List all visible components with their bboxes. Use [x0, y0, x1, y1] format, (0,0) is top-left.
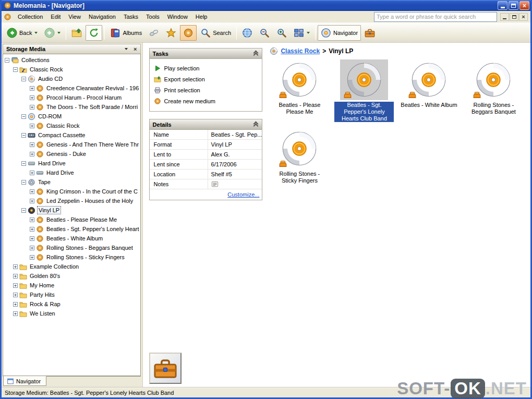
tree-toggle-icon[interactable]: + — [30, 255, 34, 260]
tree-toggle-icon[interactable]: − — [21, 161, 26, 166]
albums-button[interactable]: Albums — [107, 25, 145, 41]
web-search-button[interactable] — [239, 25, 256, 41]
tree-item[interactable]: + Party Hits — [3, 290, 140, 299]
tree-item[interactable]: − Hard Drive — [3, 159, 140, 168]
tree-item[interactable]: − Collections — [3, 55, 140, 65]
storage-media-button[interactable] — [180, 25, 197, 41]
album-item[interactable]: Rolling Stones - Beggars Banquet — [463, 59, 524, 122]
tree-item[interactable]: − Compact Cassette — [3, 130, 140, 140]
tree-item[interactable]: + The Doors - The Soft Parade / Morri — [3, 102, 140, 112]
tree-item[interactable]: + Led Zeppelin - Houses of the Holy — [3, 196, 140, 205]
loans-button[interactable] — [146, 25, 162, 41]
tree-item[interactable]: + We Listen — [3, 309, 140, 318]
menu-tasks[interactable]: Tasks — [120, 12, 142, 22]
tree-item[interactable]: − Audio CD — [3, 74, 140, 83]
navigator-button[interactable]: Navigator — [318, 25, 361, 41]
forward-button[interactable] — [41, 25, 64, 41]
tree-toggle-icon[interactable]: − — [21, 77, 26, 81]
briefcase-button[interactable] — [361, 25, 378, 41]
tree-item[interactable]: + Creedence Clearwater Revival - 196 — [3, 83, 140, 93]
tree-toggle-icon[interactable]: − — [21, 208, 26, 213]
export-button[interactable] — [68, 25, 85, 41]
tree-toggle-icon[interactable]: − — [5, 58, 9, 63]
collapse-chevron-icon[interactable] — [253, 122, 259, 127]
tree-toggle-icon[interactable]: + — [30, 217, 34, 222]
wishlist-button[interactable] — [163, 25, 179, 41]
tree-toggle-icon[interactable]: + — [13, 311, 18, 316]
task-item[interactable]: Export selection — [154, 74, 261, 84]
menu-window[interactable]: Window — [164, 12, 191, 22]
album-item[interactable]: Beatles - White Album — [398, 59, 460, 122]
tree-item[interactable]: + Beatles - White Album — [3, 234, 140, 243]
task-item[interactable]: Print selection — [154, 84, 261, 95]
tree-item[interactable]: + My Home — [3, 281, 140, 290]
tree-item[interactable]: + Rolling Stones - Sticky Fingers — [3, 252, 140, 262]
tree-toggle-icon[interactable]: + — [30, 171, 34, 175]
task-item[interactable]: Play selection — [154, 63, 261, 74]
menu-tools[interactable]: Tools — [142, 12, 163, 22]
customize-link[interactable]: Customize... — [227, 191, 259, 198]
refresh-button[interactable] — [86, 25, 102, 41]
tasks-header[interactable]: Tasks — [150, 49, 262, 59]
tree-item[interactable]: + Genesis - Duke — [3, 149, 140, 159]
minimize-button[interactable] — [498, 1, 507, 10]
details-header[interactable]: Details — [150, 119, 262, 130]
tree-toggle-icon[interactable]: + — [13, 293, 18, 297]
tree-item[interactable]: + Rolling Stones - Beggars Banquet — [3, 243, 140, 252]
restore-button[interactable] — [509, 1, 518, 10]
zoom-in-button[interactable] — [273, 25, 290, 41]
task-item[interactable]: Create new medium — [154, 95, 261, 106]
tree-item[interactable]: − Vinyl LP — [3, 205, 140, 215]
tree-item[interactable]: + Genesis - And Then There Were Thr — [3, 140, 140, 149]
tree-toggle-icon[interactable]: + — [13, 264, 18, 269]
tree-toggle-icon[interactable]: − — [13, 67, 18, 72]
menu-collection[interactable]: Collection — [14, 12, 46, 22]
panel-close-button[interactable]: × — [131, 45, 139, 53]
mdi-minimize-button[interactable] — [500, 13, 509, 21]
tree-item[interactable]: − Classic Rock — [3, 65, 140, 74]
tree-toggle-icon[interactable]: − — [21, 114, 26, 119]
tree-toggle-icon[interactable]: + — [30, 86, 34, 91]
tree-toggle-icon[interactable]: + — [13, 274, 18, 279]
collapse-chevron-icon[interactable] — [253, 51, 259, 56]
tree-toggle-icon[interactable]: + — [30, 189, 34, 194]
tree-item[interactable]: + Rock & Rap — [3, 299, 140, 309]
tree-toggle-icon[interactable]: + — [30, 246, 34, 250]
tree-item[interactable]: + Example Collection — [3, 262, 140, 271]
album-item[interactable]: Beatles - Sgt. Pepper's Lonely Hearts Cl… — [333, 59, 395, 122]
tree-item[interactable]: + Hard Drive — [3, 168, 140, 177]
tree-toggle-icon[interactable]: + — [30, 142, 34, 147]
menu-view[interactable]: View — [65, 12, 84, 22]
tree-item[interactable]: + Beatles - Sgt. Pepper's Lonely Heart — [3, 224, 140, 234]
tree-toggle-icon[interactable]: − — [21, 180, 26, 185]
tree-toggle-icon[interactable]: + — [30, 124, 34, 128]
panel-dropdown-button[interactable] — [123, 45, 130, 53]
quick-search-input[interactable] — [374, 12, 497, 22]
tree-item[interactable]: + Classic Rock — [3, 121, 140, 130]
zoom-out-button[interactable] — [256, 25, 273, 41]
tree-item[interactable]: + Beatles - Please Please Me — [3, 215, 140, 224]
tree-toggle-icon[interactable]: + — [30, 227, 34, 232]
tree-toggle-icon[interactable]: + — [30, 236, 34, 241]
tree-toggle-icon[interactable]: + — [13, 302, 18, 307]
document-menu-icon[interactable] — [4, 13, 11, 21]
search-button[interactable]: Search — [197, 25, 234, 41]
album-item[interactable]: Beatles - Please Please Me — [269, 59, 330, 122]
album-item[interactable]: Rolling Stones - Sticky Fingers — [269, 128, 330, 184]
close-button[interactable]: × — [519, 1, 529, 10]
tree-toggle-icon[interactable]: + — [30, 95, 34, 100]
tree-item[interactable]: − Tape — [3, 177, 140, 187]
menu-help[interactable]: Help — [192, 12, 211, 22]
mdi-restore-button[interactable] — [510, 13, 518, 21]
menu-navigation[interactable]: Navigation — [85, 12, 119, 22]
back-button[interactable]: Back — [4, 25, 41, 41]
tree-item[interactable]: + King Crimson - In the Court of the C — [3, 187, 140, 196]
notes-icon[interactable] — [211, 180, 219, 188]
menu-edit[interactable]: Edit — [47, 12, 64, 22]
tree-toggle-icon[interactable]: + — [30, 152, 34, 156]
tree-toggle-icon[interactable]: + — [30, 105, 34, 110]
tree-toggle-icon[interactable]: − — [21, 133, 26, 138]
tree-toggle-icon[interactable]: + — [13, 283, 18, 288]
breadcrumb-link[interactable]: Classic Rock — [281, 47, 320, 55]
mdi-close-button[interactable]: × — [519, 13, 528, 21]
